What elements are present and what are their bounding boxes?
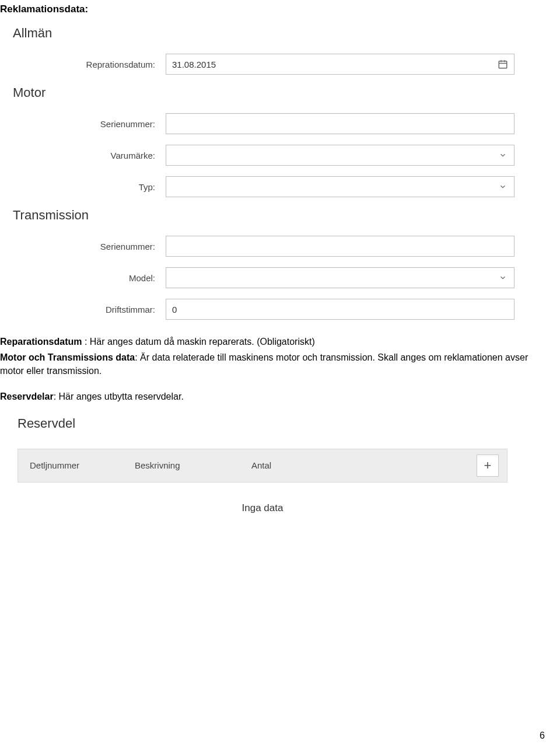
- motor-brand-select[interactable]: [166, 145, 514, 166]
- label-trans-model: Model:: [13, 273, 166, 283]
- chevron-down-icon: [499, 151, 507, 159]
- label-trans-hours: Driftstimmar:: [13, 305, 166, 314]
- page-number: 6: [540, 730, 545, 741]
- label-motor-brand: Varumärke:: [13, 151, 166, 160]
- parts-table-header: Detljnummer Beskrivning Antal +: [18, 449, 508, 483]
- trans-hours-value: 0: [172, 305, 177, 314]
- no-data-text: Inga data: [18, 502, 508, 514]
- explain-repair-date-rest: : Här anges datum då maskin reparerats. …: [82, 337, 314, 347]
- row-repair-date: Reprationsdatum: 31.08.2015: [13, 54, 514, 75]
- row-trans-hours: Driftstimmar: 0: [13, 299, 514, 320]
- svg-rect-0: [499, 61, 507, 68]
- add-row-button[interactable]: +: [477, 455, 499, 477]
- explain-reservdelar: Reservdelar: Här anges utbytta reservdel…: [0, 390, 552, 403]
- section-head-reservdel: Reservdel: [18, 416, 508, 431]
- explain-reservdelar-label: Reservdelar: [0, 392, 54, 401]
- section-head-motor: Motor: [13, 85, 514, 100]
- label-motor-type: Typ:: [13, 182, 166, 192]
- page-title: Reklamationsdata:: [0, 4, 552, 15]
- row-motor-type: Typ:: [13, 176, 514, 197]
- label-trans-serial: Serienummer:: [13, 242, 166, 251]
- explain-motor-trans-label: Motor och Transmissions data: [0, 352, 135, 362]
- section-head-transmission: Transmission: [13, 208, 514, 223]
- calendar-icon[interactable]: [498, 59, 508, 69]
- label-motor-serial: Serienummer:: [13, 119, 166, 129]
- repair-date-input[interactable]: 31.08.2015: [166, 54, 514, 75]
- explain-reservdelar-rest: : Här anges utbytta reservdelar.: [54, 392, 184, 401]
- row-motor-serial: Serienummer:: [13, 113, 514, 134]
- chevron-down-icon: [499, 183, 507, 191]
- col-description: Beskrivning: [135, 460, 251, 470]
- repair-date-value: 31.08.2015: [172, 60, 216, 69]
- section-head-general: Allmän: [13, 26, 514, 41]
- reservdel-area: Reservdel Detljnummer Beskrivning Antal …: [0, 416, 508, 514]
- row-trans-serial: Serienummer:: [13, 236, 514, 257]
- motor-serial-input[interactable]: [166, 113, 514, 134]
- label-repair-date: Reprationsdatum:: [13, 60, 166, 69]
- form-area: Allmän Reprationsdatum: 31.08.2015 Motor…: [0, 26, 514, 320]
- explanation-block: Reparationsdatum : Här anges datum då ma…: [0, 335, 552, 403]
- explain-repair-date-label: Reparationsdatum: [0, 337, 82, 347]
- col-quantity: Antal: [251, 460, 345, 470]
- row-motor-brand: Varumärke:: [13, 145, 514, 166]
- chevron-down-icon: [499, 274, 507, 282]
- row-trans-model: Model:: [13, 267, 514, 288]
- trans-model-select[interactable]: [166, 267, 514, 288]
- explain-motor-trans: Motor och Transmissions data: Är data re…: [0, 351, 552, 378]
- trans-hours-input[interactable]: 0: [166, 299, 514, 320]
- plus-icon: +: [484, 458, 492, 473]
- motor-type-select[interactable]: [166, 176, 514, 197]
- explain-repair-date: Reparationsdatum : Här anges datum då ma…: [0, 335, 552, 348]
- col-detail-number: Detljnummer: [30, 460, 135, 470]
- trans-serial-input[interactable]: [166, 236, 514, 257]
